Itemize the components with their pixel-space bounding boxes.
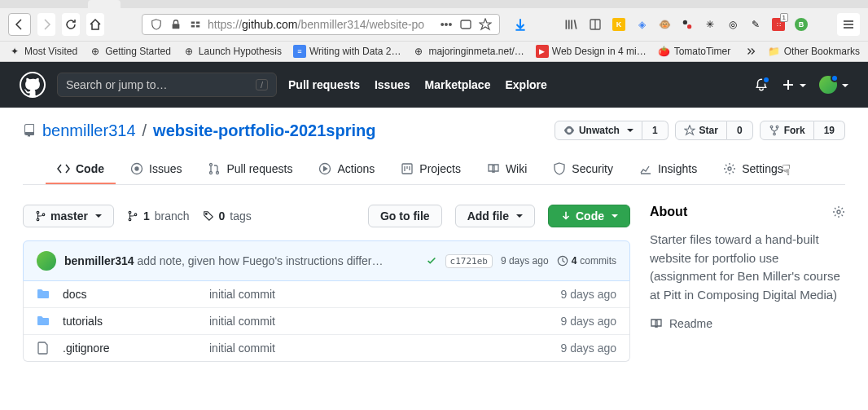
svg-point-21 [37, 218, 39, 221]
bookmark-writing-data[interactable]: ≡Writing with Data 2… [293, 45, 401, 58]
commits-link[interactable]: 4commits [557, 255, 616, 267]
repo-head: benmiller314 / website-portfolio-2021spr… [0, 108, 868, 185]
tracking-icon[interactable] [458, 17, 473, 32]
reader-icon[interactable] [588, 17, 603, 32]
code-button[interactable]: Code [548, 205, 630, 227]
lock-icon [169, 17, 183, 32]
sidebar: About Starter files toward a hand-built … [650, 205, 845, 362]
star-count[interactable]: 0 [727, 121, 753, 140]
ext-icon-7[interactable]: ✎ [749, 18, 762, 31]
back-button[interactable] [8, 13, 31, 36]
watch-button-group: Unwatch 1 [555, 121, 669, 140]
add-file-button[interactable]: Add file [455, 205, 535, 227]
fork-count[interactable]: 19 [814, 121, 845, 140]
ext-icon-6[interactable]: ◎ [726, 18, 739, 31]
commit-message[interactable]: benmiller314 add note, given how Fuego's… [64, 254, 418, 267]
shield-icon [149, 17, 164, 32]
svg-point-9 [770, 126, 773, 128]
settings-gear-icon[interactable] [832, 205, 845, 218]
repo-icon [23, 124, 36, 137]
svg-point-8 [687, 24, 691, 29]
file-name[interactable]: docs [63, 288, 209, 301]
tab-code[interactable]: Code [46, 155, 116, 184]
nav-explore[interactable]: Explore [505, 78, 546, 91]
ext-icon-8[interactable]: ∷1 [772, 18, 785, 31]
file-name[interactable]: tutorials [63, 315, 209, 328]
create-new-icon[interactable] [782, 78, 806, 91]
tab-insights[interactable]: Insights [628, 155, 708, 184]
ext-icon-5[interactable]: ✳ [704, 18, 717, 31]
bookmark-getting-started[interactable]: ⊕Getting Started [89, 45, 171, 58]
file-commit-msg[interactable]: initial commit [209, 342, 561, 355]
fork-button[interactable]: Fork [760, 121, 814, 140]
bookmark-web-design[interactable]: ▶Web Design in 4 mi… [536, 45, 647, 58]
bookmarks-overflow[interactable] [745, 46, 756, 57]
svg-point-28 [837, 210, 840, 214]
github-search[interactable]: Search or jump to…/ [57, 73, 277, 97]
goto-file-button[interactable]: Go to file [368, 205, 442, 227]
menu-button[interactable] [837, 13, 860, 36]
file-time: 9 days ago [561, 288, 617, 301]
commit-sha[interactable]: c1721eb [445, 254, 493, 268]
downloads-icon[interactable] [513, 17, 528, 32]
about-description: Starter files toward a hand-built websit… [650, 231, 845, 304]
active-tab[interactable] [88, 0, 121, 8]
nav-marketplace[interactable]: Marketplace [425, 78, 491, 91]
bookmark-star-icon[interactable] [478, 17, 493, 32]
folder-icon [37, 288, 53, 301]
bookmarks-bar: ✦Most Visited ⊕Getting Started ⊕Launch H… [0, 41, 868, 61]
other-bookmarks[interactable]: 📁Other Bookmarks [768, 45, 860, 58]
file-row[interactable]: tutorials initial commit 9 days ago [24, 307, 629, 334]
branches-link[interactable]: 1branch [127, 209, 190, 223]
tab-settings[interactable]: Settings [712, 155, 795, 184]
repo-title: benmiller314 / website-portfolio-2021spr… [23, 121, 845, 140]
about-header: About [650, 205, 845, 219]
file-name[interactable]: .gitignore [63, 342, 209, 355]
unwatch-button[interactable]: Unwatch [555, 121, 642, 140]
tab-pulls[interactable]: Pull requests [196, 155, 304, 184]
tab-issues[interactable]: Issues [119, 155, 193, 184]
bookmark-majoring[interactable]: ⊕majoringinmeta.net/… [412, 45, 524, 58]
tab-projects[interactable]: Projects [389, 155, 472, 184]
svg-rect-5 [461, 20, 471, 29]
star-button[interactable]: Star [675, 121, 727, 140]
svg-point-25 [134, 214, 137, 216]
github-logo[interactable] [20, 72, 46, 98]
notifications-icon[interactable] [754, 77, 769, 92]
tab-wiki[interactable]: Wiki [476, 155, 538, 184]
library-icon[interactable] [563, 17, 578, 32]
forward-button[interactable] [37, 13, 55, 36]
url-bar[interactable]: https://github.com/benmiller314/website-… [142, 14, 500, 35]
ext-icon-2[interactable]: ◈ [635, 18, 648, 31]
svg-point-10 [776, 126, 778, 128]
reload-button[interactable] [62, 13, 80, 36]
tags-link[interactable]: 0tags [203, 209, 252, 223]
nav-pulls[interactable]: Pull requests [288, 78, 360, 91]
repo-name-link[interactable]: website-portfolio-2021spring [153, 121, 375, 140]
tab-actions[interactable]: Actions [307, 155, 386, 184]
svg-point-20 [37, 211, 39, 214]
meatball-icon[interactable]: ••• [439, 17, 454, 32]
file-commit-msg[interactable]: initial commit [209, 288, 561, 301]
file-commit-msg[interactable]: initial commit [209, 315, 561, 328]
svg-point-11 [773, 133, 775, 135]
home-button[interactable] [86, 13, 104, 36]
readme-link[interactable]: Readme [650, 317, 845, 330]
file-row[interactable]: docs initial commit 9 days ago [24, 281, 629, 307]
branch-select[interactable]: master [23, 205, 114, 227]
watch-count[interactable]: 1 [642, 121, 669, 140]
commit-avatar[interactable] [37, 251, 56, 271]
bookmark-tomato[interactable]: 🍅TomatoTimer [658, 45, 731, 58]
ext-icon-4[interactable] [681, 18, 694, 31]
bookmark-most-visited[interactable]: ✦Most Visited [8, 45, 77, 58]
repo-owner-link[interactable]: benmiller314 [42, 121, 136, 140]
user-menu[interactable] [819, 76, 848, 94]
nav-issues[interactable]: Issues [375, 78, 410, 91]
ext-icon-1[interactable]: K [612, 18, 625, 31]
bookmark-launch-hypothesis[interactable]: ⊕Launch Hypothesis [182, 45, 282, 58]
ext-icon-3[interactable]: 🐵 [658, 18, 671, 31]
file-row[interactable]: .gitignore initial commit 9 days ago [24, 334, 629, 361]
ext-icon-9[interactable]: B [795, 18, 808, 31]
tab-security[interactable]: Security [541, 155, 625, 184]
separator: / [142, 121, 147, 140]
